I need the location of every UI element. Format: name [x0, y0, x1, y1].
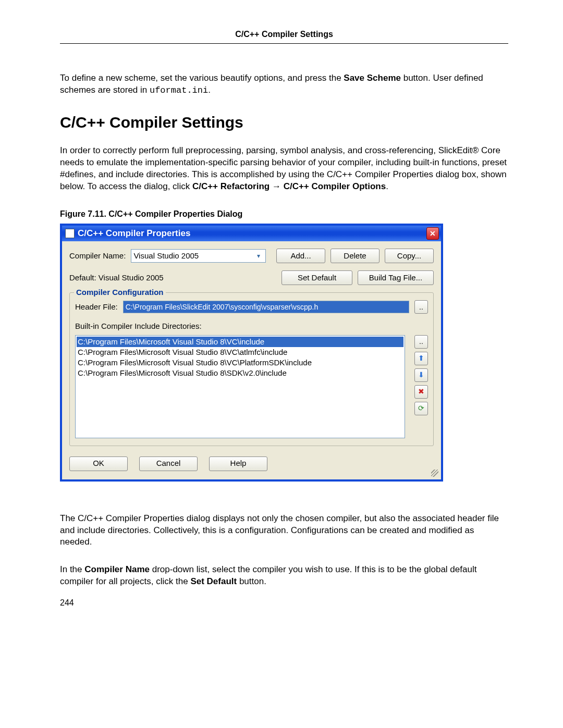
section-heading: C/C++ Compiler Settings — [60, 112, 508, 133]
remove-button[interactable]: ✖ — [414, 385, 428, 399]
list-item[interactable]: C:\Program Files\Microsoft Visual Studio… — [77, 368, 403, 378]
compiler-properties-dialog: C/C++ Compiler Properties ✕ Compiler Nam… — [60, 224, 443, 481]
browse-include-button[interactable]: .. — [414, 335, 428, 349]
titlebar: C/C++ Compiler Properties ✕ — [62, 226, 441, 241]
cancel-button[interactable]: Cancel — [139, 456, 198, 471]
text: button. — [237, 576, 266, 586]
header-file-label: Header File: — [75, 302, 118, 312]
compiler-name-bold: Compiler Name — [84, 564, 150, 574]
menu-path-1: C/C++ Refactoring — [192, 181, 270, 191]
list-item[interactable]: C:\Program Files\Microsoft Visual Studio… — [77, 357, 403, 368]
compiler-name-label: Compiler Name: — [69, 251, 126, 261]
refresh-icon: ⟳ — [418, 403, 424, 413]
browse-header-button[interactable]: .. — [414, 300, 428, 314]
move-down-button[interactable]: ⬇ — [414, 368, 428, 382]
header-file-value: C:\Program Files\SlickEdit 2007\sysconfi… — [126, 302, 319, 312]
after-para-1: The C/C++ Compiler Properties dialog dis… — [60, 513, 508, 549]
header-file-field[interactable]: C:\Program Files\SlickEdit 2007\sysconfi… — [123, 301, 409, 313]
save-scheme-bold: Save Scheme — [344, 73, 401, 83]
arrow-down-icon: ⬇ — [418, 370, 424, 380]
include-dirs-label: Built-in Compiler Include Directories: — [75, 322, 202, 330]
uformat-ini-code: uformat.ini — [150, 85, 208, 95]
build-tag-file-button[interactable]: Build Tag File... — [358, 270, 434, 285]
default-compiler-label: Default: Visual Studio 2005 — [69, 273, 164, 283]
page-number: 244 — [60, 597, 508, 609]
intro-paragraph: To define a new scheme, set the various … — [60, 72, 508, 97]
para-2: In order to correctly perform full prepr… — [60, 145, 508, 193]
app-icon — [65, 229, 75, 238]
compiler-name-value: Visual Studio 2005 — [133, 251, 199, 261]
text: . — [386, 181, 388, 191]
ellipsis-icon: .. — [419, 337, 423, 347]
text: In the — [60, 564, 84, 574]
window-title: C/C++ Compiler Properties — [78, 228, 190, 240]
add-button[interactable]: Add... — [276, 249, 325, 263]
resize-grip-icon[interactable] — [431, 470, 438, 477]
move-up-button[interactable]: ⬆ — [414, 352, 428, 365]
ellipsis-icon: .. — [419, 302, 423, 312]
copy-button[interactable]: Copy... — [385, 249, 434, 263]
registered-mark: ® — [472, 145, 479, 155]
figure-caption: Figure 7.11. C/C++ Compiler Properties D… — [60, 208, 508, 220]
menu-path-2: C/C++ Compiler Options — [284, 181, 386, 191]
compiler-name-combo[interactable]: Visual Studio 2005 ▾ — [131, 249, 266, 263]
text: . — [208, 85, 211, 95]
running-header: C/C++ Compiler Settings — [60, 29, 508, 44]
chevron-down-icon: ▾ — [254, 251, 263, 261]
text: In order to correctly perform full prepr… — [60, 145, 472, 155]
include-dirs-list[interactable]: C:\Program Files\Microsoft Visual Studio… — [75, 335, 405, 438]
list-item[interactable]: C:\Program Files\Microsoft Visual Studio… — [77, 347, 403, 357]
text: To define a new scheme, set the various … — [60, 73, 344, 83]
set-default-bold: Set Default — [190, 576, 237, 586]
close-icon: ✕ — [430, 230, 436, 237]
compiler-configuration-group: Compiler Configuration Header File: C:\P… — [69, 292, 434, 446]
delete-button[interactable]: Delete — [331, 249, 380, 263]
close-button[interactable]: ✕ — [426, 227, 439, 240]
delete-icon: ✖ — [418, 387, 424, 397]
groupbox-title: Compiler Configuration — [74, 287, 166, 298]
arrow-up-icon: ⬆ — [418, 353, 424, 363]
refresh-button[interactable]: ⟳ — [414, 402, 428, 415]
after-para-2: In the Compiler Name drop-down list, sel… — [60, 564, 508, 588]
list-item[interactable]: C:\Program Files\Microsoft Visual Studio… — [77, 337, 403, 347]
arrow: → — [270, 181, 283, 191]
help-button[interactable]: Help — [209, 456, 267, 471]
ok-button[interactable]: OK — [69, 456, 128, 471]
set-default-button[interactable]: Set Default — [282, 270, 352, 285]
